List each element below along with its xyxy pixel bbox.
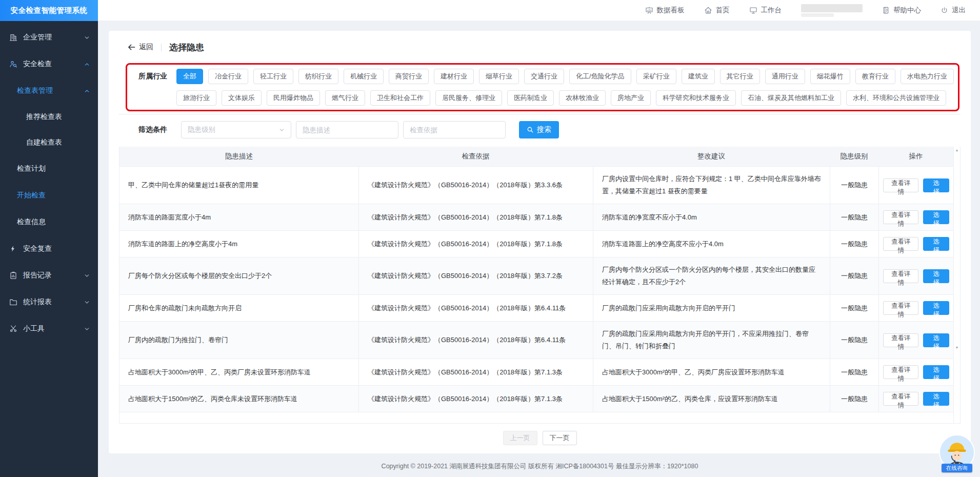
- sidebar-item-报告记录[interactable]: 报告记录: [0, 262, 98, 289]
- sidebar-item-label: 推荐检查表: [26, 112, 62, 122]
- sidebar-item-自建检查表[interactable]: 自建检查表: [0, 130, 98, 155]
- industry-tag-建材行业[interactable]: 建材行业: [434, 69, 474, 84]
- industry-tag-烟草行业[interactable]: 烟草行业: [479, 69, 519, 84]
- view-details-button[interactable]: 查看详情: [883, 301, 918, 315]
- industry-tag-农林牧渔业[interactable]: 农林牧渔业: [559, 90, 606, 106]
- select-button[interactable]: 选择: [923, 301, 949, 315]
- table-row: 占地面积大于1500m²的乙、丙类仓库未设置环形消防车道《建筑设计防火规范》（G…: [119, 385, 953, 412]
- view-details-button[interactable]: 查看详情: [883, 178, 918, 192]
- logout-button[interactable]: 退出: [941, 6, 966, 15]
- hazard-table-main: 隐患描述检查依据整改建议隐患级别操作 甲、乙类中间仓库的储量超过1昼夜的需用量《…: [119, 147, 953, 423]
- next-page-button[interactable]: 下一页: [543, 431, 577, 445]
- industry-tag-民用爆炸物品[interactable]: 民用爆炸物品: [267, 90, 320, 106]
- cell-hazard-level: 一般隐患: [830, 322, 878, 359]
- redacted-block-small: [801, 13, 834, 17]
- consult-label: 在线咨询: [942, 464, 972, 472]
- select-button[interactable]: 选择: [923, 237, 949, 251]
- industry-tag-通用行业[interactable]: 通用行业: [765, 69, 805, 84]
- header-divider: [161, 44, 162, 51]
- pagination: 上一页 下一页: [119, 424, 961, 452]
- inspection-basis-input[interactable]: [403, 121, 506, 138]
- industry-tag-旅游行业[interactable]: 旅游行业: [176, 90, 216, 106]
- industry-tag-机械行业[interactable]: 机械行业: [344, 69, 384, 84]
- select-button[interactable]: 选择: [923, 392, 949, 406]
- view-details-button[interactable]: 查看详情: [883, 237, 918, 251]
- select-button[interactable]: 选择: [923, 210, 949, 224]
- select-button[interactable]: 选择: [923, 178, 949, 192]
- scroll-up-arrow[interactable]: ▲: [954, 148, 960, 152]
- hazard-description-input[interactable]: [296, 121, 398, 138]
- industry-tag-采矿行业[interactable]: 采矿行业: [636, 69, 676, 84]
- search-button-label: 搜索: [537, 125, 551, 134]
- cell-rectification-suggestion: 厂房的疏散门应采用向疏散方向开启的平开门: [593, 295, 830, 321]
- select-button[interactable]: 选择: [923, 333, 949, 347]
- industry-tag-纺织行业[interactable]: 纺织行业: [298, 69, 338, 84]
- topbar-item-首页[interactable]: 首页: [704, 6, 730, 15]
- main-area: 数据看板首页工作台 帮助中心 退出 返回: [98, 0, 980, 477]
- industry-tag-科学研究和技术服务业[interactable]: 科学研究和技术服务业: [656, 90, 736, 106]
- topbar-item-数据看板[interactable]: 数据看板: [645, 6, 685, 15]
- industry-tag-烟花爆竹[interactable]: 烟花爆竹: [810, 69, 850, 84]
- search-button[interactable]: 搜索: [519, 121, 559, 138]
- industry-tag-石油、煤炭及其他燃料加工业[interactable]: 石油、煤炭及其他燃料加工业: [741, 90, 841, 106]
- industry-tag-文体娱乐[interactable]: 文体娱乐: [222, 90, 262, 106]
- view-details-button[interactable]: 查看详情: [883, 392, 918, 406]
- select-button[interactable]: 选择: [923, 269, 949, 283]
- industry-tag-卫生和社会工作[interactable]: 卫生和社会工作: [370, 90, 430, 106]
- industry-tag-房地产业[interactable]: 房地产业: [611, 90, 651, 106]
- sidebar-item-推荐检查表[interactable]: 推荐检查表: [0, 104, 98, 130]
- cell-rectification-suggestion: 占地面积大于3000m²的甲、乙、丙类厂房应设置环形消防车道: [593, 359, 830, 385]
- industry-tag-轻工行业[interactable]: 轻工行业: [253, 69, 293, 84]
- industry-tag-居民服务、修理业[interactable]: 居民服务、修理业: [435, 90, 502, 106]
- sidebar-item-label: 检查信息: [17, 217, 46, 227]
- cell-hazard-level: 一般隐患: [830, 386, 878, 412]
- industry-tag-冶金行业[interactable]: 冶金行业: [208, 69, 248, 84]
- sidebar-item-安全检查[interactable]: 安全检查: [0, 51, 98, 77]
- industry-tag-水电热力行业[interactable]: 水电热力行业: [901, 69, 954, 84]
- help-center-link[interactable]: 帮助中心: [882, 6, 921, 15]
- industry-tags-row-2: 旅游行业文体娱乐民用爆炸物品燃气行业卫生和社会工作居民服务、修理业医药制造业农林…: [176, 90, 946, 106]
- industry-tag-其它行业[interactable]: 其它行业: [720, 69, 760, 84]
- cell-hazard-description: 消防车道的路面宽度小于4m: [119, 204, 358, 230]
- column-header-操作: 操作: [878, 152, 953, 161]
- industry-tag-建筑业[interactable]: 建筑业: [682, 69, 715, 84]
- sidebar-item-企业管理[interactable]: 企业管理: [0, 24, 98, 51]
- industry-tag-水利、环境和公共设施管理业[interactable]: 水利、环境和公共设施管理业: [846, 90, 946, 106]
- table-row: 厂房每个防火分区或每个楼层的安全出口少于2个《建筑设计防火规范》（GB50016…: [119, 257, 953, 294]
- column-header-整改建议: 整改建议: [593, 152, 830, 161]
- sidebar-item-开始检查[interactable]: 开始检查: [0, 182, 98, 209]
- sidebar-item-统计报表[interactable]: 统计报表: [0, 289, 98, 315]
- industry-tag-全部[interactable]: 全部: [176, 69, 203, 84]
- view-details-button[interactable]: 查看详情: [883, 365, 918, 379]
- topbar-item-工作台[interactable]: 工作台: [749, 6, 782, 15]
- scroll-down-arrow[interactable]: ▼: [954, 346, 960, 349]
- topbar-item-label: 首页: [716, 6, 730, 15]
- home-icon: [704, 6, 712, 14]
- prev-page-button[interactable]: 上一页: [503, 431, 537, 445]
- view-details-button[interactable]: 查看详情: [883, 269, 918, 283]
- sidebar-item-检查信息[interactable]: 检查信息: [0, 209, 98, 235]
- sidebar-item-小工具[interactable]: 小工具: [0, 315, 98, 342]
- online-consult-widget[interactable]: 在线咨询: [936, 434, 977, 475]
- back-button[interactable]: 返回: [128, 43, 153, 52]
- industry-tag-医药制造业[interactable]: 医药制造业: [507, 90, 554, 106]
- industry-tag-教育行业[interactable]: 教育行业: [855, 69, 895, 84]
- cell-actions: 查看详情选择: [878, 359, 953, 385]
- view-details-button[interactable]: 查看详情: [883, 333, 918, 347]
- filter-label: 筛选条件: [138, 125, 176, 134]
- sidebar-item-安全复查[interactable]: 安全复查: [0, 235, 98, 262]
- select-button[interactable]: 选择: [923, 365, 949, 379]
- sidebar-item-检查表管理[interactable]: 检查表管理: [0, 77, 98, 104]
- hazard-level-placeholder: 隐患级别: [188, 125, 215, 134]
- industry-tag-交通行业[interactable]: 交通行业: [524, 69, 564, 84]
- industry-tag-商贸行业[interactable]: 商贸行业: [389, 69, 429, 84]
- industry-tag-化工/危险化学品[interactable]: 化工/危险化学品: [569, 69, 631, 84]
- view-details-button[interactable]: 查看详情: [883, 210, 918, 224]
- sidebar-item-检查计划[interactable]: 检查计划: [0, 155, 98, 182]
- sidebar-item-label: 检查表管理: [17, 86, 53, 95]
- industry-row-2: 旅游行业文体娱乐民用爆炸物品燃气行业卫生和社会工作居民服务、修理业医药制造业农林…: [119, 90, 961, 106]
- cell-actions: 查看详情选择: [878, 322, 953, 359]
- industry-tag-燃气行业[interactable]: 燃气行业: [325, 90, 365, 106]
- hazard-level-select[interactable]: 隐患级别: [181, 121, 291, 138]
- table-scrollbar[interactable]: ▲ ▼: [953, 147, 960, 423]
